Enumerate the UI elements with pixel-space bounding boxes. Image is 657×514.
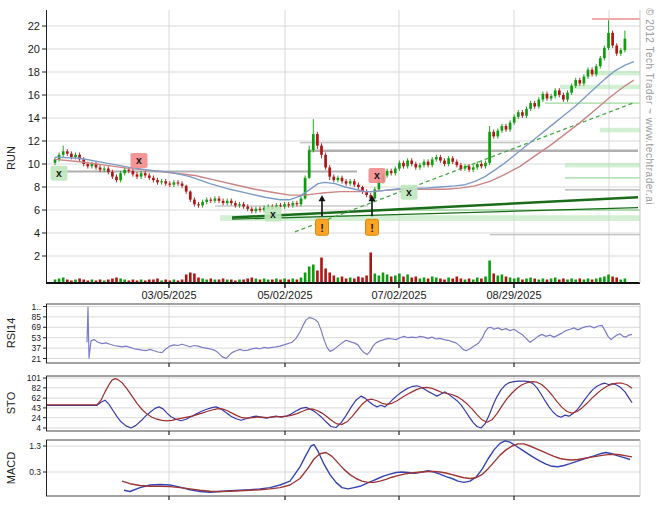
volume-bar [115, 278, 118, 283]
volume-bar [410, 278, 413, 283]
candle-body [513, 117, 516, 123]
volume-bar [484, 277, 487, 283]
price-grid [47, 10, 640, 283]
candle-body [242, 204, 245, 206]
volume-bar [246, 279, 249, 283]
marker-glyph: x [406, 186, 412, 198]
volume-bar [119, 279, 122, 283]
volume-bar [189, 273, 192, 283]
volume-bar [509, 278, 512, 283]
price-ytick-label: 2 [34, 250, 40, 262]
volume-bar [460, 279, 463, 283]
candle-body [111, 172, 114, 177]
volume-bar [501, 275, 504, 283]
volume-bar [595, 279, 598, 283]
volume-bar [210, 279, 213, 283]
candle-body [455, 162, 458, 165]
support-band [565, 163, 640, 168]
volume-bar [263, 279, 266, 283]
candle-body [427, 162, 430, 165]
volume-bar [603, 277, 606, 283]
volume-bar [361, 278, 364, 283]
candle-body [619, 50, 622, 53]
macd-series [122, 441, 632, 493]
volume-bar [624, 279, 627, 283]
macd-ytick-label: 0.3 [29, 467, 41, 477]
candle-body [484, 163, 487, 166]
sto-ytick-label: 24 [32, 413, 42, 423]
candle-body [595, 66, 598, 74]
candle-body [99, 167, 102, 169]
candle-body [201, 202, 204, 205]
price-ytick-label: 18 [28, 66, 40, 78]
sto-series [47, 379, 632, 428]
candle-body [505, 126, 508, 129]
volume-bar [587, 279, 590, 283]
rsi-ytick-label: 69 [32, 322, 42, 332]
volume-bar [529, 278, 532, 283]
volume-bar [320, 258, 323, 283]
candle-body [599, 58, 602, 66]
candle-body [226, 201, 229, 203]
candle-body [279, 205, 282, 206]
volume-bar [62, 278, 65, 283]
candle-body [357, 185, 360, 187]
volume-bar [312, 265, 315, 283]
price-ytick-label: 22 [28, 20, 40, 32]
candle-body [160, 181, 163, 182]
rsi-panel: 1..8569533721 [32, 302, 640, 368]
candle-body [537, 100, 540, 107]
macd-ytick-label: 1.3 [29, 441, 41, 451]
candle-body [525, 109, 528, 116]
candle-body [480, 164, 483, 166]
candle-body [209, 200, 212, 201]
volume-bar [337, 278, 340, 283]
candle-body [345, 181, 348, 183]
volume-bar [447, 278, 450, 283]
candle-body [414, 164, 417, 167]
volume-bar [78, 279, 81, 283]
volume-bar [201, 279, 204, 283]
support-resistance-levels [62, 19, 640, 235]
volume-bar [492, 274, 495, 283]
up-arrow-head-icon [319, 195, 326, 201]
candle-body [66, 151, 69, 153]
candle-body [205, 200, 208, 202]
candle-body [509, 123, 512, 130]
volume-bar [255, 279, 258, 283]
candle-body [488, 132, 491, 163]
candle-body [324, 155, 327, 168]
candle-body [529, 103, 532, 109]
candle-body [460, 165, 463, 168]
sto-panel: 101826243244 [27, 373, 640, 435]
volume-bar [292, 279, 295, 283]
candle-body [103, 169, 106, 170]
volume-bar [378, 276, 381, 283]
candle-body [468, 166, 471, 169]
candle-body [607, 33, 610, 48]
date-label: 07/02/2025 [371, 289, 426, 301]
moving-averages [55, 62, 634, 200]
candle-body [283, 204, 286, 206]
rsi-ytick-label: 21 [32, 354, 42, 364]
marker-glyph: x [270, 208, 276, 220]
price-ytick-label: 12 [28, 135, 40, 147]
volume-bar [427, 279, 430, 283]
candle-body [332, 177, 335, 180]
price-ytick-label: 4 [34, 227, 40, 239]
candle-body [476, 164, 479, 167]
candle-body [246, 207, 249, 209]
candle-body [132, 171, 135, 174]
volume-bar [579, 279, 582, 283]
candle-body [615, 46, 618, 54]
price-axes: 22201816141210864203/05/202505/02/202507… [28, 10, 640, 301]
volume-bar [488, 261, 491, 283]
candle-body [177, 182, 180, 183]
candle-body [193, 200, 196, 205]
marker-glyph: x [56, 167, 62, 179]
candle-body [353, 181, 356, 184]
candle-body [402, 163, 405, 166]
candle-body [119, 173, 122, 180]
candle-body [222, 201, 225, 203]
candle-body [107, 169, 110, 172]
